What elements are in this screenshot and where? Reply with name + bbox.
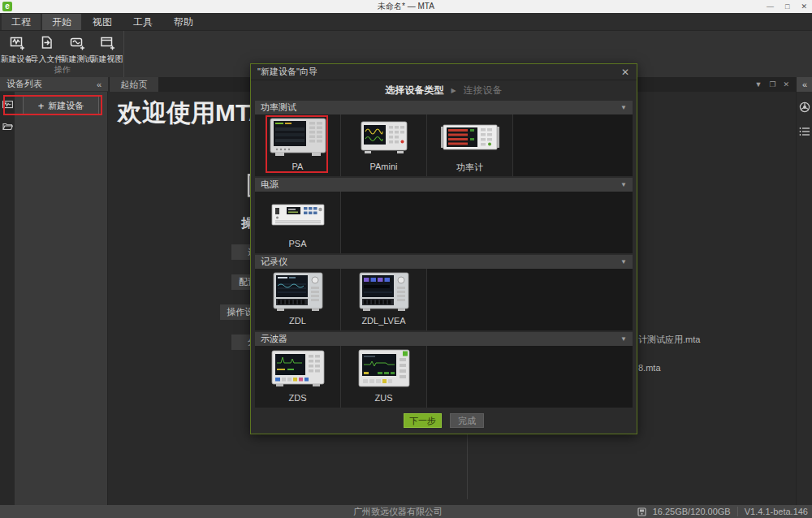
section-header[interactable]: 电源▼ bbox=[255, 178, 633, 192]
menu-item-3[interactable]: 视图 bbox=[83, 14, 122, 30]
maximize-button[interactable]: □ bbox=[785, 0, 789, 13]
collapse-right-panel-button[interactable]: « bbox=[797, 77, 812, 92]
new-test-icon bbox=[69, 33, 85, 51]
title-bar: e 未命名* — MTA — □ ✕ bbox=[0, 0, 812, 13]
dialog-title-bar: "新建设备"向导 ✕ bbox=[251, 64, 637, 80]
device-option-PAmini[interactable]: PAmini bbox=[341, 114, 427, 176]
wizard-step-2: 连接设备 bbox=[464, 84, 503, 97]
device-label: ZUS bbox=[375, 393, 393, 403]
chevron-down-icon: ▼ bbox=[620, 181, 627, 188]
right-tool-strip: « bbox=[796, 77, 812, 505]
section-header[interactable]: 功率测试▼ bbox=[255, 101, 633, 114]
device-list-header: 设备列表 « bbox=[0, 77, 108, 92]
dialog-title: "新建设备"向导 bbox=[257, 66, 621, 78]
device-option-PSA[interactable]: PSA bbox=[255, 192, 341, 253]
chevron-down-icon: ▼ bbox=[620, 104, 627, 111]
section-header[interactable]: 记录仪▼ bbox=[255, 255, 633, 269]
tool-new-view[interactable]: 新建视图 bbox=[92, 33, 122, 65]
new-device-icon bbox=[9, 33, 25, 51]
section-label: 电源 bbox=[261, 179, 620, 191]
device-option-ZDL[interactable]: ZDL bbox=[255, 269, 341, 330]
menu-item-1[interactable]: 工程 bbox=[2, 14, 41, 30]
tool-label: 导入文件 bbox=[31, 54, 63, 65]
device-option-ZUS[interactable]: ZUS bbox=[341, 346, 427, 408]
device-option-功率计[interactable]: 功率计 bbox=[427, 114, 513, 176]
device-option-ZDL_LVEA[interactable]: ZDL_LVEA bbox=[341, 269, 427, 330]
application-window: e 未命名* — MTA — □ ✕ 工程开始视图工具帮助 新建设备导入文件新建… bbox=[0, 0, 812, 518]
status-divider bbox=[737, 507, 738, 516]
status-bar: 广州致远仪器有限公司 16.25GB/120.00GB V1.4.1-beta.… bbox=[0, 505, 812, 518]
ribbon-group-operations: 新建设备导入文件新建测试新建视图 操作 bbox=[0, 31, 124, 77]
company-name: 广州致远仪器有限公司 bbox=[353, 505, 443, 518]
device-row: ZDSZUS bbox=[255, 346, 633, 408]
step-arrow-icon: ▶ bbox=[451, 87, 456, 94]
finish-button[interactable]: 完成 bbox=[450, 413, 484, 428]
wizard-steps: 选择设备类型▶连接设备 bbox=[251, 80, 637, 101]
next-step-button[interactable]: 下一步 bbox=[404, 413, 442, 428]
device-row: ZDLZDL_LVEA bbox=[255, 269, 633, 330]
tool-new-device[interactable]: 新建设备 bbox=[2, 33, 32, 65]
device-label: ZDL_LVEA bbox=[361, 316, 405, 326]
list-icon[interactable] bbox=[797, 123, 812, 140]
zus-device-image bbox=[353, 346, 415, 392]
zds-device-image bbox=[267, 346, 329, 392]
float-window-icon[interactable]: ❐ bbox=[769, 80, 775, 88]
dialog-close-button[interactable]: ✕ bbox=[621, 67, 629, 78]
menu-item-5[interactable]: 帮助 bbox=[164, 14, 203, 30]
storage-indicator: 16.25GB/120.00GB bbox=[653, 505, 731, 518]
new-view-icon bbox=[99, 33, 115, 51]
ribbon-group-label: 操作 bbox=[0, 64, 124, 76]
tool-label: 新建测试 bbox=[61, 54, 93, 65]
tab-start-page[interactable]: 起始页 bbox=[110, 77, 158, 92]
device-list-title: 设备列表 bbox=[6, 78, 97, 90]
chevron-down-icon[interactable]: ▼ bbox=[754, 80, 762, 88]
device-label: PA bbox=[292, 162, 304, 171]
section-label: 功率测试 bbox=[261, 101, 620, 114]
close-button[interactable]: ✕ bbox=[801, 0, 807, 13]
disk-icon bbox=[637, 505, 646, 518]
version-label: V1.4.1-beta.146 bbox=[745, 505, 808, 518]
tool-new-test[interactable]: 新建测试 bbox=[62, 33, 92, 65]
device-label: ZDL bbox=[289, 316, 306, 326]
device-option-ZDS[interactable]: ZDS bbox=[255, 346, 341, 408]
device-row: PSA bbox=[255, 192, 633, 253]
tool-label: 新建设备 bbox=[1, 54, 33, 65]
plus-icon: + bbox=[38, 100, 45, 112]
menu-item-4[interactable]: 工具 bbox=[123, 14, 162, 30]
device-label: PSA bbox=[288, 239, 306, 248]
wizard-step-1: 选择设备类型 bbox=[385, 84, 443, 97]
close-icon[interactable]: ✕ bbox=[783, 80, 789, 88]
section-label: 记录仪 bbox=[261, 256, 620, 268]
zdl_lvea-device-image bbox=[353, 269, 415, 315]
menu-item-2[interactable]: 开始 bbox=[42, 14, 81, 30]
section-label: 示波器 bbox=[261, 333, 620, 345]
empty-cell bbox=[513, 114, 633, 176]
tool-import-file[interactable]: 导入文件 bbox=[32, 33, 62, 65]
device-list-icon[interactable] bbox=[0, 97, 15, 113]
section-header[interactable]: 示波器▼ bbox=[255, 332, 633, 346]
model-cube-icon[interactable] bbox=[797, 98, 812, 116]
device-section-1: 功率测试▼PAPAmini功率计 bbox=[255, 101, 633, 176]
device-row: PAPAmini功率计 bbox=[255, 114, 633, 176]
recent-file-link[interactable]: 计测试应用.mta bbox=[638, 334, 700, 346]
new-device-button[interactable]: + 新建设备 bbox=[23, 96, 99, 115]
minimize-button[interactable]: — bbox=[767, 0, 774, 13]
sidebar-icon-strip bbox=[0, 92, 15, 505]
collapse-panel-button[interactable]: « bbox=[97, 80, 102, 89]
device-section-3: 记录仪▼ZDLZDL_LVEA bbox=[255, 255, 633, 330]
device-section-2: 电源▼PSA bbox=[255, 178, 633, 253]
new-device-wizard-dialog: "新建设备"向导 ✕ 选择设备类型▶连接设备 功率测试▼PAPAmini功率计电… bbox=[250, 63, 637, 434]
menu-bar: 工程开始视图工具帮助 bbox=[0, 13, 812, 31]
recent-file-link[interactable]: 8.mta bbox=[638, 363, 661, 373]
open-project-icon[interactable] bbox=[0, 118, 15, 134]
pamini-device-image bbox=[353, 114, 415, 161]
chevron-down-icon: ▼ bbox=[620, 335, 627, 343]
window-title: 未命名* — MTA bbox=[0, 1, 812, 12]
device-list-panel: 设备列表 « + 新建设备 bbox=[0, 77, 108, 505]
device-label: 功率计 bbox=[456, 162, 483, 174]
device-option-PA[interactable]: PA bbox=[255, 114, 341, 176]
pa-device-image bbox=[267, 114, 329, 161]
psa-device-image bbox=[267, 192, 329, 238]
import-file-icon bbox=[39, 33, 55, 51]
powermeter-device-image bbox=[439, 114, 501, 161]
